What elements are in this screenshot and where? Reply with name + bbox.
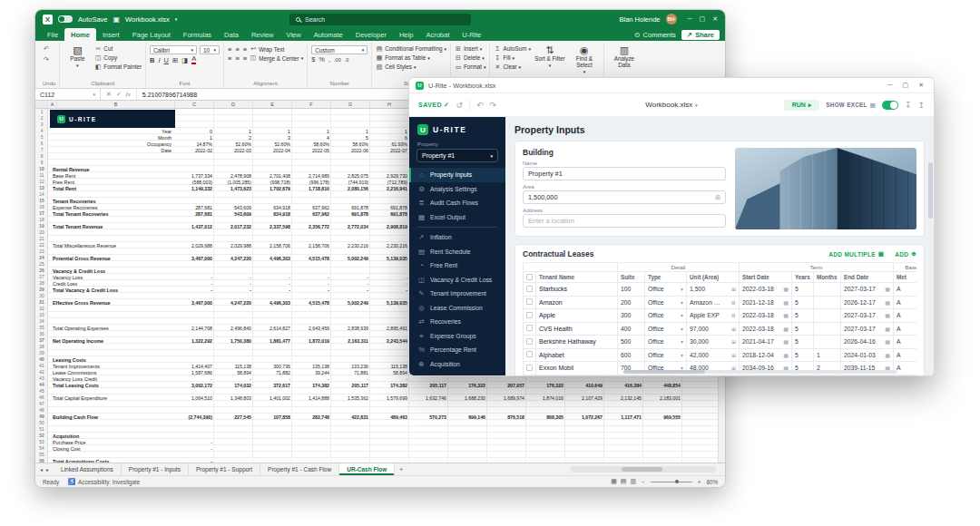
cell[interactable]: 4,515,478 xyxy=(292,256,331,261)
row-header-21[interactable]: 21 xyxy=(35,237,48,241)
find-select-button[interactable]: ◉ Find & Select▾ xyxy=(569,44,600,74)
row-header-30[interactable]: 30 xyxy=(35,294,48,298)
accessibility-status[interactable]: Accessibility: Investigate xyxy=(78,479,140,485)
cell[interactable]: 5,002,249 xyxy=(331,300,370,306)
tab-formulas[interactable]: Formulas xyxy=(177,28,218,41)
row-label[interactable]: Total Miscellaneous Revenue xyxy=(48,243,175,248)
row-checkbox[interactable] xyxy=(524,296,536,309)
tenant-name-cell[interactable]: Amazon xyxy=(536,296,618,309)
zoom-in-button[interactable]: + xyxy=(698,479,701,485)
start-date-cell[interactable]: ▦2022-03-18 xyxy=(740,283,792,297)
row-header-50[interactable]: 50 xyxy=(35,421,48,425)
method-cell[interactable]: A xyxy=(894,296,917,309)
cell[interactable]: 2,029,988 xyxy=(214,243,253,248)
tab-automate[interactable]: Automate xyxy=(308,28,349,41)
cell[interactable]: 61.93% xyxy=(370,141,409,147)
cell[interactable]: 1 xyxy=(214,129,253,134)
cell[interactable]: - xyxy=(253,376,292,382)
cell[interactable]: 135,138 xyxy=(292,364,331,369)
fx-icon[interactable]: fx xyxy=(126,91,131,98)
redo-button[interactable]: ↷ xyxy=(43,56,50,64)
align-middle-button[interactable]: ≡ xyxy=(235,45,239,54)
sidebar-item-excel-output[interactable]: ▦Excel Output xyxy=(409,210,505,225)
cell[interactable]: - xyxy=(214,281,253,287)
cell[interactable]: 2,080,156 xyxy=(331,186,370,191)
row-header-49[interactable]: 49 xyxy=(35,414,48,419)
sidebar-item-free-rent[interactable]: ◔Free Rent xyxy=(409,258,505,273)
cell[interactable]: 1,872,019 xyxy=(292,338,331,344)
cell[interactable]: 2,895,491 xyxy=(370,326,409,331)
type-cell[interactable]: ▾Office xyxy=(645,296,687,309)
minimize-icon[interactable]: ─ xyxy=(888,82,893,89)
end-date-cell[interactable]: ▦2024-01-03 xyxy=(841,348,894,362)
cell[interactable]: - xyxy=(214,376,253,382)
share-button[interactable]: ↗ Share xyxy=(681,30,720,40)
row-header-45[interactable]: 45 xyxy=(35,389,48,394)
tab-view[interactable]: View xyxy=(280,28,308,41)
cell[interactable]: 969,555 xyxy=(643,414,682,420)
cell[interactable]: 5,139,035 xyxy=(370,300,409,306)
unit-area-cell[interactable]: ⊞97,000 xyxy=(687,322,740,336)
cell[interactable]: 2,183,001 xyxy=(643,395,682,401)
row-label[interactable]: Purchase Price xyxy=(48,440,175,445)
unit-area-cell[interactable]: ⊞1,500 xyxy=(687,283,740,297)
cell[interactable]: 489,463 xyxy=(370,414,409,420)
row-label[interactable]: Total Rent xyxy=(48,186,175,191)
row-header-4[interactable]: 4 xyxy=(35,129,48,133)
tenant-name-cell[interactable]: Starbucks xyxy=(536,283,618,297)
column-header-a[interactable]: A xyxy=(48,101,57,108)
select-all-checkbox[interactable] xyxy=(524,272,536,283)
cell[interactable]: 4,515,478 xyxy=(292,300,331,306)
years-cell[interactable]: 5 xyxy=(792,309,814,323)
cell[interactable]: 2,230,216 xyxy=(331,243,370,248)
row-checkbox[interactable] xyxy=(524,336,536,349)
row-label[interactable]: Effective Gross Revenue xyxy=(48,300,175,306)
cell[interactable]: 2,701,408 xyxy=(253,173,292,179)
cell[interactable]: 1,737,334 xyxy=(175,173,214,179)
row-header-48[interactable]: 48 xyxy=(35,408,48,413)
sheet-tab-ur-cash-flow[interactable]: UR-Cash Flow xyxy=(339,463,395,475)
cell[interactable]: 287,681 xyxy=(175,211,214,217)
cell[interactable]: - xyxy=(370,376,409,382)
cell[interactable]: 3 xyxy=(253,135,292,141)
end-date-cell[interactable]: ▦2027-03-17 xyxy=(841,283,894,297)
tenant-name-cell[interactable]: Alphabet xyxy=(536,348,618,362)
tab-review[interactable]: Review xyxy=(245,28,280,41)
borders-button[interactable]: ⊞ xyxy=(172,56,178,64)
cell[interactable]: 699,146 xyxy=(448,414,487,420)
years-cell[interactable]: 5 xyxy=(792,283,814,297)
cell[interactable]: 1,064,510 xyxy=(175,395,214,401)
font-size-select[interactable]: 10▾ xyxy=(200,45,220,54)
row-label[interactable]: Vacancy & Credit Loss xyxy=(48,268,175,274)
start-date-cell[interactable]: ▦2021-04-17 xyxy=(740,336,792,349)
cell[interactable]: - xyxy=(370,281,409,287)
minimize-icon[interactable]: ─ xyxy=(688,15,692,23)
row-header-12[interactable]: 12 xyxy=(35,180,48,184)
insert-cells-button[interactable]: ⊞Insert▾ xyxy=(455,45,485,54)
scrollbar-thumb[interactable] xyxy=(622,467,662,472)
cell[interactable]: 205,117 xyxy=(331,383,370,388)
type-cell[interactable]: ▾Office xyxy=(645,348,687,362)
cell[interactable]: 1 xyxy=(253,129,292,134)
cell[interactable]: 2,838,939 xyxy=(331,326,370,331)
row-header-47[interactable]: 47 xyxy=(35,402,48,406)
row-label[interactable]: Potential Gross Revenue xyxy=(48,256,175,261)
years-cell[interactable]: 5 xyxy=(792,322,814,336)
align-left-button[interactable]: ≡ xyxy=(228,54,231,63)
months-cell[interactable]: 1 xyxy=(814,348,841,362)
row-label[interactable]: Total Capital Expenditure xyxy=(48,395,175,401)
cell[interactable]: 52.60% xyxy=(214,141,253,147)
cell[interactable]: 227,545 xyxy=(214,414,253,420)
cell[interactable]: 58.60% xyxy=(331,141,370,147)
cell[interactable]: 1,881,477 xyxy=(253,338,292,344)
cell[interactable]: - xyxy=(292,287,331,293)
row-header-40[interactable]: 40 xyxy=(35,357,48,362)
cell[interactable]: 1,579,699 xyxy=(370,395,409,401)
cell[interactable]: 5,139,035 xyxy=(370,256,409,261)
cell[interactable]: - xyxy=(175,275,214,280)
paste-button[interactable]: ▧ Paste▾ xyxy=(64,44,91,68)
row-header-14[interactable]: 14 xyxy=(35,192,48,197)
row-label[interactable]: Total Leasing Costs xyxy=(48,383,175,388)
cell[interactable]: 1,072,267 xyxy=(565,414,604,420)
underline-button[interactable]: U xyxy=(164,56,169,64)
